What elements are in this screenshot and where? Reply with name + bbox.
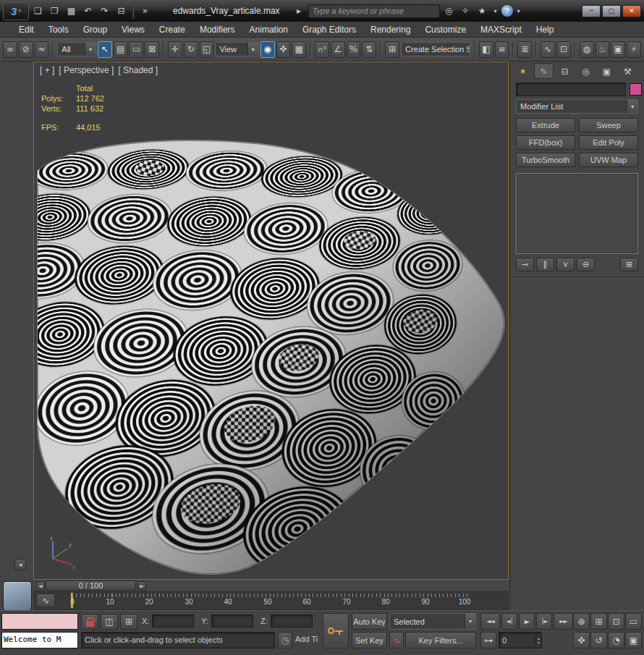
- play-icon[interactable]: ►: [519, 613, 535, 630]
- select-by-name-icon[interactable]: ▤: [114, 41, 128, 58]
- tab-create-icon[interactable]: ✶: [513, 64, 533, 79]
- modifier-stack-list[interactable]: [516, 173, 638, 254]
- modifier-list-dropdown[interactable]: Modifier List ▾: [516, 99, 638, 114]
- maxscript-listener[interactable]: Welcome to M: [1, 632, 78, 648]
- viewport-general-menu[interactable]: [ + ]: [40, 65, 54, 75]
- named-selection-dropdown[interactable]: Create Selection Se ▾: [401, 42, 470, 56]
- minimize-button[interactable]: ─: [582, 5, 601, 17]
- selection-region-icon[interactable]: ▭: [129, 41, 143, 58]
- zoom-all-icon[interactable]: ⊞: [590, 613, 607, 630]
- time-slider-track[interactable]: ◄ 0 / 100 ►: [33, 580, 509, 592]
- help-icon[interactable]: ?: [501, 5, 513, 17]
- window-crossing-icon[interactable]: ⊠: [145, 41, 159, 58]
- time-tag-icon[interactable]: ◷: [278, 632, 292, 648]
- viewport-shading-menu[interactable]: [ Shaded ]: [118, 65, 158, 75]
- zoom-extents-icon[interactable]: ⊡: [608, 613, 624, 630]
- tab-utilities-icon[interactable]: ⚒: [618, 64, 637, 79]
- align-icon[interactable]: ≡: [495, 41, 509, 58]
- x-coordinate-input[interactable]: [152, 614, 194, 627]
- viewport-layout-tabs[interactable]: [3, 581, 32, 611]
- remove-modifier-icon[interactable]: ⊖: [577, 258, 595, 271]
- set-key-button[interactable]: Set Key: [352, 632, 387, 648]
- previous-frame-icon[interactable]: ◄│: [501, 613, 517, 630]
- menu-views[interactable]: Views: [114, 25, 152, 35]
- curve-editor-icon[interactable]: ∿: [541, 41, 555, 58]
- select-and-link-icon[interactable]: ∞: [3, 41, 17, 58]
- field-of-view-icon[interactable]: ◔: [608, 632, 624, 648]
- open-file-icon[interactable]: ❒: [47, 4, 62, 18]
- track-bar[interactable]: ∿ 0 10 20 30 40 50 60 70 80 90 100: [33, 592, 509, 610]
- rendered-frame-window-icon[interactable]: ▣: [611, 41, 625, 58]
- chevron-down-icon[interactable]: ▾: [514, 4, 523, 18]
- pan-icon[interactable]: ✜: [573, 632, 590, 648]
- key-filters-button[interactable]: Key Filters...: [405, 632, 476, 648]
- spinner-snap-icon[interactable]: ⇅: [362, 41, 376, 58]
- configure-modifier-sets-icon[interactable]: ⊞: [620, 258, 638, 271]
- layer-manager-icon[interactable]: ≣: [517, 41, 532, 58]
- set-keys-button[interactable]: [323, 613, 349, 648]
- edit-named-selections-icon[interactable]: ⊞: [385, 41, 399, 58]
- modifier-button-editpoly[interactable]: Edit Poly: [579, 135, 638, 150]
- render-production-icon[interactable]: ⚡: [627, 41, 641, 58]
- new-scene-icon[interactable]: ❏: [30, 4, 46, 18]
- modifier-button-sweep[interactable]: Sweep: [579, 118, 638, 132]
- menu-animation[interactable]: Animation: [242, 25, 295, 35]
- application-menu-button[interactable]: 3 ▾: [3, 2, 29, 20]
- select-and-rotate-icon[interactable]: ↻: [184, 41, 198, 58]
- time-slider-handle[interactable]: 0 / 100: [46, 580, 136, 591]
- make-unique-icon[interactable]: ⋎: [556, 258, 575, 271]
- absolute-offset-mode-icon[interactable]: ◫: [101, 614, 118, 630]
- go-to-start-icon[interactable]: ◄◄: [480, 613, 500, 630]
- show-end-result-icon[interactable]: ∥: [536, 258, 554, 271]
- spinner-down-icon[interactable]: ▾: [538, 641, 540, 645]
- pin-stack-icon[interactable]: ⊸: [516, 258, 534, 271]
- undo-icon[interactable]: ↶: [80, 4, 96, 18]
- menu-modifiers[interactable]: Modifiers: [192, 25, 242, 35]
- current-frame-field[interactable]: 0 ▴ ▾: [499, 632, 542, 648]
- favorites-star-icon[interactable]: ★: [475, 4, 490, 18]
- redo-icon[interactable]: ↷: [97, 4, 112, 18]
- key-selection-dropdown[interactable]: Selected ▾: [389, 613, 476, 630]
- chevron-down-icon[interactable]: ▾: [491, 4, 500, 18]
- unlink-selection-icon[interactable]: ⊘: [19, 41, 33, 58]
- select-and-scale-icon[interactable]: ◱: [200, 41, 214, 58]
- angle-snap-icon[interactable]: ∠: [331, 41, 345, 58]
- key-mode-toggle-icon[interactable]: ⊶: [480, 632, 496, 648]
- save-file-icon[interactable]: ▦: [64, 4, 79, 18]
- menu-maxscript[interactable]: MAXScript: [473, 25, 529, 35]
- close-button[interactable]: ✕: [622, 5, 641, 17]
- selection-filter-dropdown[interactable]: All ▾: [57, 42, 96, 56]
- selection-lock-icon[interactable]: [81, 614, 98, 630]
- percent-snap-icon[interactable]: %: [347, 41, 361, 58]
- schematic-view-icon[interactable]: ⊡: [556, 41, 571, 58]
- material-editor-icon[interactable]: ◍: [580, 41, 594, 58]
- tab-modify-icon[interactable]: ✎: [534, 64, 554, 79]
- menu-rendering[interactable]: Rendering: [363, 25, 418, 35]
- zoom-region-icon[interactable]: ▭: [625, 613, 642, 630]
- menu-help[interactable]: Help: [529, 25, 562, 35]
- zoom-icon[interactable]: ⊕: [573, 613, 590, 630]
- tab-motion-icon[interactable]: ◎: [576, 64, 596, 79]
- tab-display-icon[interactable]: ▣: [597, 64, 617, 79]
- mini-curve-editor-icon[interactable]: ∿: [36, 593, 55, 607]
- modifier-button-ffdbox[interactable]: FFD(box): [516, 135, 575, 150]
- object-name-input[interactable]: [516, 83, 626, 96]
- use-pivot-center-icon[interactable]: ◉: [260, 41, 275, 58]
- subscription-icon[interactable]: ✧: [458, 4, 473, 18]
- search-icon[interactable]: ◎: [441, 4, 457, 18]
- menu-create[interactable]: Create: [152, 25, 192, 35]
- frame-spinner[interactable]: ▴ ▾: [535, 636, 541, 645]
- go-to-end-icon[interactable]: ►►: [554, 613, 573, 630]
- perspective-viewport[interactable]: [ + ] [ Perspective ] [ Shaded ] Total P…: [33, 62, 509, 580]
- select-and-manipulate-icon[interactable]: ✜: [276, 41, 291, 58]
- tab-hierarchy-icon[interactable]: ⊟: [555, 64, 575, 79]
- auto-key-button[interactable]: Auto Key: [352, 613, 387, 630]
- z-coordinate-input[interactable]: [271, 614, 313, 627]
- modifier-button-extrude[interactable]: Extrude: [516, 118, 575, 132]
- modifier-button-uvwmap[interactable]: UVW Map: [579, 153, 638, 167]
- macro-recorder-pane[interactable]: [1, 613, 78, 630]
- infocenter-arrow-icon[interactable]: ▸: [292, 4, 307, 18]
- snap-toggle-icon[interactable]: ∩³: [315, 41, 329, 58]
- select-and-move-icon[interactable]: ✛: [168, 41, 182, 58]
- render-setup-icon[interactable]: ♨: [596, 41, 610, 58]
